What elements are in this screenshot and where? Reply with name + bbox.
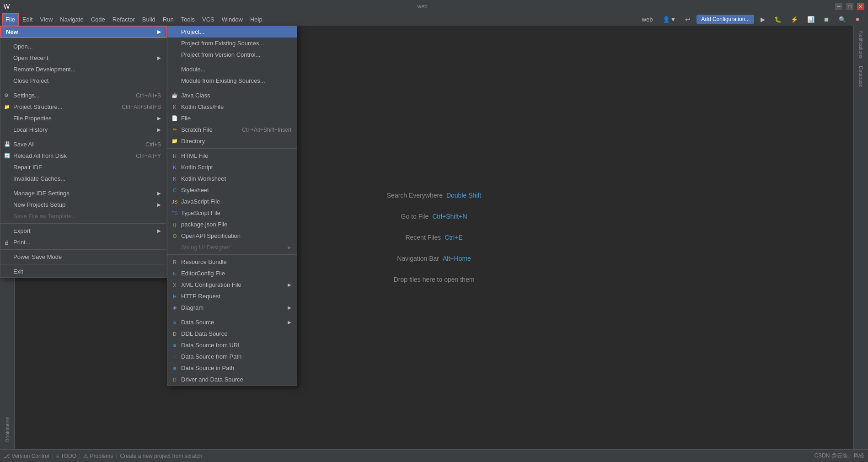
status-bar-separator1: | — [49, 453, 56, 459]
menu-item-edit[interactable]: Edit — [19, 13, 36, 26]
menu-item-file[interactable]: File — [2, 13, 19, 26]
menu-item-window[interactable]: Window — [218, 13, 246, 26]
sidebar-item-notifications[interactable]: Notifications — [857, 27, 866, 62]
status-bar-todo[interactable]: ≡ TODO — [56, 453, 77, 459]
add-configuration-button[interactable]: Add Configuration... — [697, 15, 754, 24]
status-bar-right: CSDN @云淡、风轻 — [814, 452, 864, 460]
menu-item-navigate[interactable]: Navigate — [56, 13, 87, 26]
menu-item-tools[interactable]: Tools — [177, 13, 198, 26]
git-button[interactable]: ↩ — [682, 15, 693, 24]
sidebar-item-database[interactable]: Database — [857, 62, 866, 91]
maximize-button[interactable]: □ — [846, 3, 853, 10]
menu-bar-right: web 👤▼ ↩ Add Configuration... ▶ 🐛 ⚡ 📊 ⏹ … — [638, 14, 866, 24]
coverage-button[interactable]: 📊 — [804, 15, 817, 24]
status-bar-problems[interactable]: ⚠ Problems — [83, 453, 113, 459]
menu-item-view[interactable]: View — [36, 13, 56, 26]
menu-item-refactor[interactable]: Refactor — [109, 13, 139, 26]
status-bar-right-text: CSDN @云淡、风轻 — [814, 452, 864, 460]
status-bar-version-control[interactable]: ⎇ Version Control — [4, 453, 49, 459]
sidebar-item-project[interactable]: Project — [3, 27, 12, 48]
app-icon: W — [4, 3, 10, 10]
sidebar-item-structure[interactable]: Structure — [3, 50, 12, 78]
right-sidebar: Notifications Database — [853, 26, 868, 449]
main-content: Search Everywhere Double Shift Go to Fil… — [15, 26, 853, 449]
shortcut-go-to-file: Go to File Ctrl+Shift+N — [401, 213, 467, 220]
status-bar: ⎇ Version Control | ≡ TODO | ⚠ Problems … — [0, 449, 868, 462]
menu-item-build[interactable]: Build — [139, 13, 159, 26]
title-bar: W web ─ □ ✕ — [0, 0, 868, 13]
drop-files-hint: Drop files here to open them — [394, 276, 475, 283]
user-icon-button[interactable]: 👤▼ — [660, 15, 679, 24]
title-bar-title: web — [418, 3, 428, 10]
status-bar-separator2: | — [76, 453, 83, 459]
menu-item-help[interactable]: Help — [246, 13, 266, 26]
title-bar-controls[interactable]: ─ □ ✕ — [835, 3, 864, 10]
sidebar-item-bookmarks[interactable]: Bookmarks — [3, 413, 12, 446]
run-button[interactable]: ▶ — [758, 15, 768, 24]
web-label: web — [638, 16, 657, 23]
status-bar-left-text: Create a new project from scratch — [120, 453, 202, 459]
close-button[interactable]: ✕ — [857, 3, 864, 10]
shortcut-recent-files: Recent Files Ctrl+E — [405, 234, 462, 241]
status-bar-separator3: | — [113, 453, 120, 459]
menu-item-code[interactable]: Code — [87, 13, 109, 26]
menu-item-vcs[interactable]: VCS — [198, 13, 218, 26]
menu-item-run[interactable]: Run — [159, 13, 177, 26]
profile-button[interactable]: ⚡ — [788, 15, 801, 24]
shortcut-search-everywhere: Search Everywhere Double Shift — [387, 192, 481, 199]
minimize-button[interactable]: ─ — [835, 3, 842, 10]
title-bar-left: W — [4, 3, 10, 10]
menu-bar: File Edit View Navigate Code Refactor Bu… — [0, 13, 868, 26]
debug-button[interactable]: 🐛 — [772, 15, 784, 24]
shortcut-navigation-bar: Navigation Bar Alt+Home — [397, 255, 471, 262]
stop-button[interactable]: ⏹ — [821, 15, 832, 24]
left-sidebar: Project Structure Bookmarks — [0, 26, 15, 449]
search-button[interactable]: 🔍 — [836, 15, 849, 24]
profile-avatar[interactable]: ● — [852, 14, 863, 24]
